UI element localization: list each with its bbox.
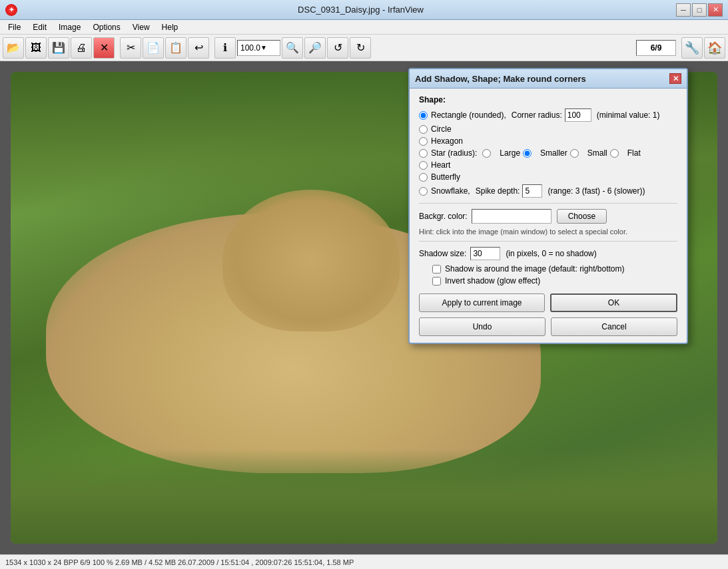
shadow-size-hint: (in pixels, 0 = no shadow) xyxy=(506,249,596,258)
menu-image[interactable]: Image xyxy=(53,21,86,33)
shape-star-row: Star (radius): Large Smaller Small Flat xyxy=(419,148,677,158)
shape-hexagon-row: Hexagon xyxy=(419,136,677,146)
home-button[interactable]: 🏠 xyxy=(704,37,725,59)
menu-view[interactable]: View xyxy=(127,21,155,33)
shape-rect-radio[interactable] xyxy=(419,111,428,120)
menu-bar: File Edit Image Options View Help xyxy=(0,20,728,35)
bg-color-row: Backgr. color: Choose xyxy=(419,209,677,224)
delete-button[interactable]: ✕ xyxy=(93,37,115,59)
corner-radius-label: Corner radius: xyxy=(512,110,562,120)
menu-options[interactable]: Options xyxy=(87,21,125,33)
choose-color-button[interactable]: Choose xyxy=(557,209,607,224)
corner-radius-input[interactable] xyxy=(565,108,591,122)
divider-1 xyxy=(419,203,677,204)
shape-heart-radio[interactable] xyxy=(419,161,428,170)
toolbar: 📂 🖼 💾 🖨 ✕ ✂ 📄 📋 ↩ ℹ 100.0 ▼ 🔍 🔎 ↺ ↻ 6/9 … xyxy=(0,35,728,61)
main-area: Add Shadow, Shape; Make round corners ✕ … xyxy=(0,61,728,554)
shadow-size-label: Shadow size: xyxy=(419,249,466,258)
info-button[interactable]: ℹ xyxy=(214,37,236,59)
shape-butterfly-radio[interactable] xyxy=(419,173,428,182)
nav-box: 6/9 xyxy=(636,40,676,56)
shape-circle-radio[interactable] xyxy=(419,125,428,134)
cut-button[interactable]: ✂ xyxy=(120,37,141,59)
prev-button[interactable]: ↺ xyxy=(327,37,348,59)
status-bar: 1534 x 1030 x 24 BPP 6/9 100 % 2.69 MB /… xyxy=(0,554,728,569)
star-flat-radio[interactable] xyxy=(610,149,619,158)
shadow-size-row: Shadow size: (in pixels, 0 = no shadow) xyxy=(419,247,677,260)
shadow-around-checkbox[interactable] xyxy=(432,265,441,274)
print-button[interactable]: 🖨 xyxy=(71,37,92,59)
divider-2 xyxy=(419,241,677,242)
undo-button[interactable]: Undo xyxy=(419,317,546,336)
menu-file[interactable]: File xyxy=(3,21,26,33)
close-button[interactable]: ✕ xyxy=(708,3,723,17)
zoom-in-button[interactable]: 🔍 xyxy=(282,37,303,59)
shape-hexagon-radio[interactable] xyxy=(419,137,428,146)
star-smaller-radio[interactable] xyxy=(523,149,532,158)
menu-help[interactable]: Help xyxy=(157,21,184,33)
dialog-title: Add Shadow, Shape; Make round corners xyxy=(415,74,586,84)
ok-button[interactable]: OK xyxy=(550,293,677,312)
shadow-size-input[interactable] xyxy=(470,247,500,260)
minimize-button[interactable]: ─ xyxy=(676,3,691,17)
menu-edit[interactable]: Edit xyxy=(27,21,52,33)
zoom-out-button[interactable]: 🔎 xyxy=(304,37,326,59)
shape-circle-row: Circle xyxy=(419,124,677,134)
shape-butterfly-row: Butterfly xyxy=(419,172,677,182)
zoom-value: 100.0 xyxy=(240,43,260,53)
shape-star-radio[interactable] xyxy=(419,149,428,158)
star-large-label[interactable]: Large xyxy=(500,148,520,158)
invert-shadow-row: Invert shadow (glow effect) xyxy=(432,276,677,285)
next-button[interactable]: ↻ xyxy=(350,37,371,59)
star-flat-label[interactable]: Flat xyxy=(627,148,641,158)
zoom-box[interactable]: 100.0 ▼ xyxy=(237,40,280,56)
app-icon: ✦ xyxy=(5,4,17,16)
shape-rect-row: Rectangle (rounded), Corner radius: (min… xyxy=(419,108,677,122)
spike-depth-hint: (range: 3 (fast) - 6 (slower)) xyxy=(547,186,645,196)
save-button[interactable]: 💾 xyxy=(48,37,69,59)
settings-button[interactable]: 🔧 xyxy=(681,37,703,59)
copy-button[interactable]: 📄 xyxy=(143,37,164,59)
shape-hexagon-label[interactable]: Hexagon xyxy=(431,136,463,146)
button-row-2: Undo Cancel xyxy=(419,317,677,336)
apply-button[interactable]: Apply to current image xyxy=(419,293,545,312)
shape-snowflake-row: Snowflake, Spike depth: (range: 3 (fast)… xyxy=(419,184,677,198)
bg-color-label: Backgr. color: xyxy=(419,212,468,221)
star-large-radio[interactable] xyxy=(482,149,491,158)
invert-shadow-label[interactable]: Invert shadow (glow effect) xyxy=(445,276,540,285)
star-smaller-label[interactable]: Smaller xyxy=(540,148,567,158)
spike-depth-label: Spike depth: xyxy=(476,186,520,196)
shape-heart-label[interactable]: Heart xyxy=(431,160,450,170)
window-title: DSC_0931_Daisy.jpg - IrfanView xyxy=(45,5,676,15)
shape-butterfly-label[interactable]: Butterfly xyxy=(431,172,460,182)
shape-snowflake-label[interactable]: Snowflake, xyxy=(431,186,470,196)
nav-value: 6/9 xyxy=(651,43,662,53)
dialog-titlebar: Add Shadow, Shape; Make round corners ✕ xyxy=(410,69,687,89)
thumbnail-button[interactable]: 🖼 xyxy=(25,37,47,59)
shape-snowflake-radio[interactable] xyxy=(419,187,428,196)
shadow-shape-dialog: Add Shadow, Shape; Make round corners ✕ … xyxy=(408,68,688,344)
shape-circle-label[interactable]: Circle xyxy=(431,124,452,134)
undo-toolbar-button[interactable]: ↩ xyxy=(188,37,209,59)
corner-radius-hint: (minimal value: 1) xyxy=(597,110,660,120)
star-small-radio[interactable] xyxy=(570,149,579,158)
button-row-1: Apply to current image OK xyxy=(419,293,677,312)
spike-depth-input[interactable] xyxy=(522,184,542,198)
shadow-around-row: Shadow is around the image (default: rig… xyxy=(432,264,677,274)
shape-section-label: Shape: xyxy=(419,95,677,104)
paste-button[interactable]: 📋 xyxy=(165,37,186,59)
star-small-label[interactable]: Small xyxy=(587,148,607,158)
shadow-around-label[interactable]: Shadow is around the image (default: rig… xyxy=(445,264,624,274)
shape-rect-label[interactable]: Rectangle (rounded), xyxy=(431,110,506,120)
color-hint: Hint: click into the image (main window)… xyxy=(419,228,677,236)
open-button[interactable]: 📂 xyxy=(3,37,24,59)
shape-star-label[interactable]: Star (radius): xyxy=(431,148,477,158)
shape-heart-row: Heart xyxy=(419,160,677,170)
restore-button[interactable]: □ xyxy=(692,3,707,17)
color-preview-box xyxy=(472,209,551,224)
dialog-close-button[interactable]: ✕ xyxy=(669,73,681,84)
cancel-button[interactable]: Cancel xyxy=(551,317,677,336)
invert-shadow-checkbox[interactable] xyxy=(432,277,441,285)
title-bar: ✦ DSC_0931_Daisy.jpg - IrfanView ─ □ ✕ xyxy=(0,0,728,20)
status-text: 1534 x 1030 x 24 BPP 6/9 100 % 2.69 MB /… xyxy=(5,558,354,566)
